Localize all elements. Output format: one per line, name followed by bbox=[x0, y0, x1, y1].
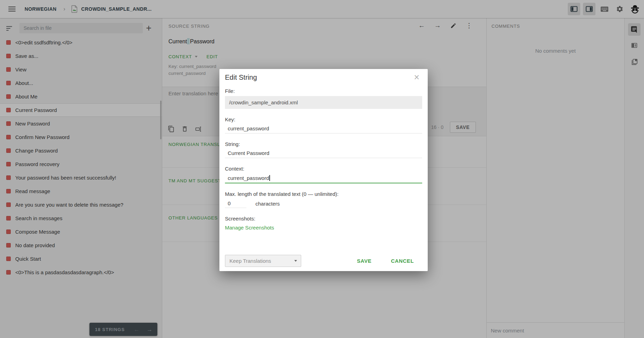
close-icon[interactable]: × bbox=[412, 72, 421, 83]
file-input[interactable] bbox=[225, 96, 422, 109]
keep-translations-select[interactable]: Keep Translations bbox=[225, 255, 301, 267]
modal-title: Edit String bbox=[225, 69, 422, 81]
key-input[interactable] bbox=[225, 124, 422, 133]
modal-footer: Keep Translations SAVE CANCEL bbox=[225, 255, 416, 267]
modal-actions: SAVE CANCEL bbox=[355, 258, 416, 264]
modal-save-button[interactable]: SAVE bbox=[355, 258, 374, 264]
key-label: Key: bbox=[225, 116, 422, 122]
file-label: File: bbox=[225, 88, 422, 94]
max-length-label: Max. length of the translated text (0 — … bbox=[225, 191, 422, 197]
string-label: String: bbox=[225, 141, 422, 147]
string-input[interactable] bbox=[225, 148, 422, 158]
edit-string-modal: Edit String × File: Key: String: Context… bbox=[219, 69, 428, 271]
max-length-row: characters bbox=[225, 199, 422, 208]
crowdin-editor: NORWEGIAN › CROWDIN_SAMPLE_ANDR... bbox=[0, 0, 644, 338]
translations-mode-select-wrap: Keep Translations bbox=[225, 255, 301, 267]
manage-screenshots-link[interactable]: Manage Screenshots bbox=[225, 225, 274, 231]
max-length-input[interactable] bbox=[225, 199, 246, 208]
modal-cancel-button[interactable]: CANCEL bbox=[389, 258, 416, 264]
context-label: Context: bbox=[225, 166, 422, 172]
text-caret bbox=[269, 175, 270, 181]
characters-suffix: characters bbox=[255, 201, 280, 207]
screenshots-label: Screenshots: bbox=[225, 216, 422, 222]
context-input[interactable]: current_password bbox=[225, 173, 422, 183]
